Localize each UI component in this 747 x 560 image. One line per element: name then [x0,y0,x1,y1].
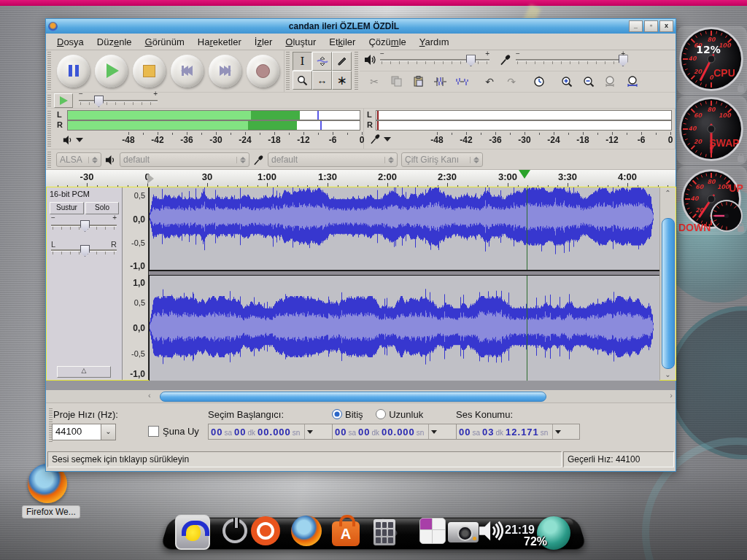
playback-meter[interactable]: L R -48-42-36-30-24-18-12-60 [53,109,364,149]
dock-firefox-icon[interactable] [290,515,322,547]
menu-hareketler[interactable]: Hareketler [191,35,248,49]
input-volume-slider[interactable]: − + [516,54,625,66]
menu-etkiler[interactable]: Etkiler [322,35,362,49]
scroll-right-arrow[interactable]: › [670,391,673,400]
menu-çözümle[interactable]: Çözümle [362,35,412,49]
skip-to-start-button[interactable] [171,55,204,88]
titlebar[interactable]: candan ileri ÖZLEM ÖZDİL _ ▫ x [46,19,676,34]
selection-end-field[interactable]: 00sa00dk00.000sn [332,424,466,440]
output-device-select[interactable]: default [120,152,249,167]
end-radio[interactable] [332,409,342,419]
lock-icon[interactable] [738,156,744,162]
chevron-down-icon[interactable] [428,424,437,439]
menu-düzenle[interactable]: Düzenle [90,35,139,49]
track-control-panel[interactable]: 16-bit PCM Sustur Solo − + L R [47,187,123,380]
scroll-left-arrow[interactable]: ‹ [148,391,151,400]
maximize-button[interactable]: ▫ [644,20,658,32]
dock-camera-icon[interactable] [448,522,479,542]
zoom-out-button[interactable] [578,73,599,90]
cut-button[interactable]: ✂ [364,73,384,90]
fit-selection-button[interactable] [600,73,621,90]
dock-audacity-icon[interactable] [175,515,210,550]
record-button[interactable] [247,55,279,88]
input-volume-thumb[interactable] [619,55,628,66]
timeline-ruler[interactable]: -300301:001:302:002:303:003:304:00 [46,169,676,188]
channel-right[interactable] [149,276,659,381]
meter-mic-dropdown[interactable] [370,133,391,144]
dock-power-icon[interactable] [219,515,251,547]
scroll-up-arrow[interactable]: ⌃ [661,187,675,198]
draw-tool-button[interactable] [332,52,352,71]
lock-icon[interactable] [738,86,744,92]
skip-to-end-button[interactable] [209,55,241,88]
redo-button[interactable]: ↷ [501,73,522,90]
horizontal-scroll-thumb[interactable] [160,392,546,402]
undo-button[interactable]: ↶ [479,73,500,90]
silence-button[interactable] [452,73,472,90]
project-rate-select[interactable]: 44100 ⌄ [52,424,116,440]
meter-speaker-dropdown[interactable] [63,135,83,145]
dock-ubuntu-icon[interactable] [249,515,282,547]
toolbar-grip[interactable] [47,95,51,106]
channel-separator[interactable] [149,271,659,276]
solo-button[interactable]: Solo [85,202,119,214]
toolbar-grip[interactable] [47,152,51,168]
input-device-select[interactable]: default [268,152,398,167]
menu-dosya[interactable]: Dosya [50,35,90,49]
output-volume-slider[interactable]: − + [380,54,489,66]
menu-oluştur[interactable]: Oluştur [279,35,322,49]
menu-i̇zler[interactable]: İzler [248,35,279,49]
toolbar-grip[interactable] [47,111,51,147]
lock-icon[interactable] [738,226,744,232]
channel-left[interactable] [149,187,659,271]
playback-speed-slider[interactable]: − + [79,95,158,106]
stop-button[interactable] [133,55,166,88]
menu-görünüm[interactable]: Görünüm [139,35,191,49]
snap-to-checkbox[interactable] [148,426,159,437]
input-channels-select[interactable]: Çift Giriş Kanı [401,152,483,167]
gain-thumb[interactable] [80,220,90,232]
copy-button[interactable] [386,73,406,90]
vertical-ruler[interactable]: 0,50,0-0,5-1,01,00,50,0-0,5-1,0 [123,187,149,380]
pan-thumb[interactable] [80,245,90,257]
selection-tool-button[interactable]: I [293,52,312,71]
toolbar-grip[interactable] [355,52,358,90]
dock-workspaces-icon[interactable] [419,518,446,544]
length-radio[interactable] [376,409,386,419]
mute-button[interactable]: Sustur [50,202,84,214]
dock-calculator-icon[interactable] [374,519,395,545]
chevron-down-icon[interactable] [304,424,313,439]
sync-lock-button[interactable] [529,73,549,90]
collapse-track-button[interactable]: △ [57,366,111,378]
toolbar-grip[interactable] [47,52,51,90]
dock-volume-icon[interactable] [478,518,507,545]
playhead-marker[interactable] [519,170,530,179]
timeshift-tool-button[interactable]: ↔ [312,71,332,90]
pan-slider[interactable]: L R [51,244,117,256]
zoom-tool-button[interactable] [293,71,312,90]
close-button[interactable]: x [659,20,673,32]
gain-slider[interactable]: − + [51,219,117,231]
output-volume-thumb[interactable] [466,55,476,66]
swap-gauge-widget[interactable] [677,96,747,165]
desktop-icon-firefox[interactable]: Firefox We... [22,464,73,518]
speed-thumb[interactable] [94,96,104,107]
cpu-gauge-widget[interactable] [677,26,747,95]
toolbar-grip[interactable] [286,52,290,90]
dock-software-center-icon[interactable]: A [330,515,362,547]
fit-project-button[interactable] [622,73,643,90]
chevron-down-icon[interactable] [552,424,561,439]
audio-position-field[interactable]: 00sa03dk12.171sn [456,424,580,440]
play-at-speed-button[interactable] [54,93,73,108]
audio-host-select[interactable]: ALSA [56,152,101,167]
pause-button[interactable] [57,55,90,88]
envelope-tool-button[interactable] [312,52,332,71]
menu-yardım[interactable]: Yardım [413,35,456,49]
trim-button[interactable] [430,73,450,90]
audio-track[interactable]: 16-bit PCM Sustur Solo − + L R [46,187,676,381]
waveform-display[interactable] [149,187,659,380]
play-button[interactable] [95,55,128,88]
zoom-in-button[interactable] [557,73,577,90]
minimize-button[interactable]: _ [629,20,643,32]
paste-button[interactable] [408,73,428,90]
